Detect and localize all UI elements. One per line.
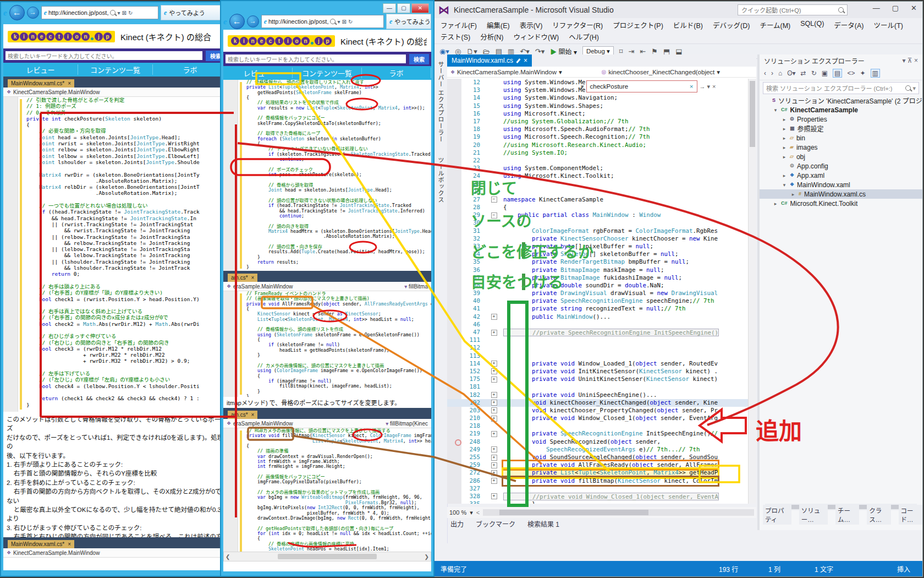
menu-item[interactable]: プロジェクト(P) bbox=[613, 20, 663, 30]
right-panel-tab[interactable]: プロパティ bbox=[763, 505, 791, 525]
site-nav-item[interactable]: ラボ bbox=[153, 64, 228, 75]
panel-tab[interactable]: 出力 bbox=[450, 519, 464, 530]
panel-tab[interactable]: ブックマーク bbox=[476, 519, 515, 530]
fold-icon[interactable]: + bbox=[491, 330, 497, 336]
fold-icon[interactable]: + bbox=[491, 446, 497, 452]
fold-icon[interactable]: + bbox=[491, 431, 497, 437]
tree-item-obj[interactable]: ▸▱obj bbox=[760, 152, 922, 161]
fold-icon[interactable]: + bbox=[491, 368, 497, 374]
quick-launch[interactable]: クイック起動 (Ctrl+Q) bbox=[738, 4, 848, 15]
collapse-all-icon[interactable]: ▣ bbox=[822, 69, 828, 77]
menu-item[interactable]: ツール(T) bbox=[873, 20, 903, 30]
vs-doc-tab-active[interactable]: MainWindow.xaml.cs × bbox=[447, 54, 532, 67]
minimize-button[interactable]: — bbox=[873, 4, 880, 12]
search-icon[interactable] bbox=[330, 19, 336, 24]
tree-item-properties[interactable]: ▸⚙Properties bbox=[760, 114, 922, 124]
menu-item[interactable]: チーム(M) bbox=[760, 20, 790, 30]
back-button[interactable]: ← bbox=[229, 14, 245, 29]
tree-item-images[interactable]: ▸▰images bbox=[760, 143, 922, 152]
site-nav-item[interactable]: レビュー bbox=[3, 64, 78, 75]
site-nav-item[interactable]: レビュー bbox=[223, 68, 293, 78]
kinection-logo[interactable]: kinectionjp bbox=[228, 35, 335, 47]
fold-icon[interactable]: + bbox=[491, 400, 497, 406]
tree-item-bin[interactable]: ▸▱bin bbox=[760, 133, 922, 143]
scroll-left-icon[interactable]: < bbox=[476, 509, 480, 516]
menu-item[interactable]: デバッグ(D) bbox=[713, 20, 750, 30]
chevron-down-icon[interactable]: ▾ bbox=[717, 68, 720, 76]
menu-item[interactable]: 表示(V) bbox=[520, 20, 543, 30]
horizontal-scrollbar[interactable]: ❮ ❯ bbox=[223, 552, 431, 561]
tree-item-mainwindow-xaml[interactable]: ▾❖MainWindow.xaml bbox=[760, 180, 922, 189]
fold-icon[interactable]: − bbox=[491, 197, 497, 203]
fold-icon[interactable]: − bbox=[491, 212, 497, 219]
chevron-down-icon[interactable]: ▾ bbox=[470, 509, 473, 516]
close-button[interactable]: ✕ bbox=[911, 4, 917, 12]
expand-icon[interactable]: ▾ bbox=[773, 107, 778, 113]
zoom-level[interactable]: 100 % bbox=[449, 509, 466, 516]
browser-tab[interactable]: e やってみよう bbox=[161, 5, 228, 20]
switch-views-icon[interactable]: ⇄ bbox=[801, 69, 806, 77]
right-panel-tab[interactable]: コード… bbox=[899, 505, 922, 525]
find-next-icon[interactable]: → ▾ bbox=[700, 83, 711, 90]
pending-changes-icon[interactable]: ʘ▾ bbox=[787, 69, 795, 77]
vs-titlebar[interactable]: ⋈ KinectCameraSample - Microsoft Visual … bbox=[434, 2, 922, 18]
right-panel-tab[interactable]: ソリュー… bbox=[799, 505, 828, 525]
tree-item-microsoft-kinect-toolkit[interactable]: ▸C#Microsoft.Kinect.Toolkit bbox=[760, 199, 922, 208]
pin-icon[interactable]: ⊼ bbox=[908, 57, 912, 64]
fold-icon[interactable]: + bbox=[491, 455, 497, 461]
vs-code-area[interactable]: 12using System.Windows.Me13using System.… bbox=[447, 79, 749, 504]
fold-icon[interactable]: + bbox=[491, 416, 497, 422]
find-input[interactable]: checkPosture× bbox=[586, 80, 697, 92]
fold-icon[interactable]: + bbox=[491, 407, 497, 413]
tree-item--kinectcamerasample-2-[interactable]: Sソリューション 'KinectCameraSample' (2 プロジェ bbox=[760, 96, 922, 105]
show-all-files-icon[interactable]: ▤ bbox=[833, 69, 842, 78]
menu-item[interactable]: 分析(N) bbox=[480, 31, 503, 42]
expand-icon[interactable]: ▸ bbox=[773, 201, 778, 206]
refresh-icon[interactable]: ↻ bbox=[128, 10, 133, 16]
menu-item[interactable]: ファイル(F) bbox=[441, 20, 477, 30]
dropdown-icon[interactable]: ▾ bbox=[117, 10, 120, 16]
site-nav-item[interactable]: コンテンツ一覧 bbox=[293, 68, 362, 78]
tree-item-kinectcamerasample[interactable]: ▾C#KinectCameraSample bbox=[760, 105, 922, 114]
scroll-right-icon[interactable]: ❯ bbox=[425, 554, 429, 560]
editor-vertical-scrollbar[interactable] bbox=[748, 79, 756, 504]
close-find-icon[interactable]: × bbox=[712, 83, 716, 90]
expand-icon[interactable]: ▸ bbox=[782, 126, 787, 132]
fold-icon[interactable]: + bbox=[491, 377, 497, 383]
dropdown-icon[interactable]: ▾ bbox=[337, 19, 340, 25]
address-bar[interactable]: e http://kinection.jp/post, ▾ ⊠ ↻ bbox=[261, 15, 384, 28]
menu-item[interactable]: リファクター(R) bbox=[552, 20, 603, 30]
tree-item-mainwindow-xaml-cs[interactable]: ▸#MainWindow.xaml.cs bbox=[760, 189, 922, 199]
browser-tab[interactable]: e やってみよう bbox=[386, 14, 431, 29]
fold-icon[interactable]: + bbox=[491, 493, 497, 499]
scroll-left-icon[interactable]: ❮ bbox=[226, 554, 230, 560]
scrollbar-thumb[interactable] bbox=[278, 554, 377, 559]
menu-item[interactable]: ヘルプ(H) bbox=[569, 31, 599, 42]
back-icon[interactable]: ‹ bbox=[764, 69, 766, 77]
site-search-input[interactable]: 検索したいキーワードを入力してください。 bbox=[226, 54, 406, 63]
expand-icon[interactable]: ▸ bbox=[782, 154, 787, 160]
back-button[interactable]: ← bbox=[9, 5, 25, 20]
compat-icon[interactable]: ⊠ bbox=[342, 19, 346, 25]
menu-item[interactable]: テスト(S) bbox=[441, 31, 470, 42]
maximize-button[interactable]: ▢ bbox=[397, 3, 410, 13]
preview-icon[interactable]: ▥ bbox=[871, 69, 880, 78]
expand-icon[interactable]: ▸ bbox=[782, 117, 787, 122]
fold-icon[interactable]: + bbox=[491, 462, 497, 468]
tree-item--[interactable]: ▸▦参照設定 bbox=[760, 124, 922, 133]
tree-item-app-config[interactable]: ⚙App.config bbox=[760, 161, 922, 171]
tree-item-app-xaml[interactable]: ▸❖App.xaml bbox=[760, 171, 922, 180]
compat-icon[interactable]: ⊠ bbox=[122, 10, 126, 16]
site-search-input[interactable]: 検索したいキーワードを入力してください。 bbox=[6, 51, 202, 60]
properties-icon[interactable]: ✦ bbox=[860, 69, 865, 77]
menu-item[interactable]: ビルド(B) bbox=[673, 20, 703, 30]
expand-find-icon[interactable]: ▾ bbox=[581, 83, 584, 90]
clear-find-icon[interactable]: × bbox=[690, 83, 694, 90]
breadcrumb-class[interactable]: KinectCameraSample.MainWindow bbox=[457, 69, 557, 75]
pin-icon[interactable] bbox=[516, 58, 520, 63]
expand-icon[interactable]: ▸ bbox=[782, 145, 787, 150]
fold-icon[interactable]: + bbox=[491, 361, 497, 367]
kinection-logo[interactable]: kinectionjp bbox=[8, 31, 115, 42]
close-button[interactable]: ✕ bbox=[411, 3, 429, 13]
close-icon[interactable]: × bbox=[914, 57, 918, 64]
